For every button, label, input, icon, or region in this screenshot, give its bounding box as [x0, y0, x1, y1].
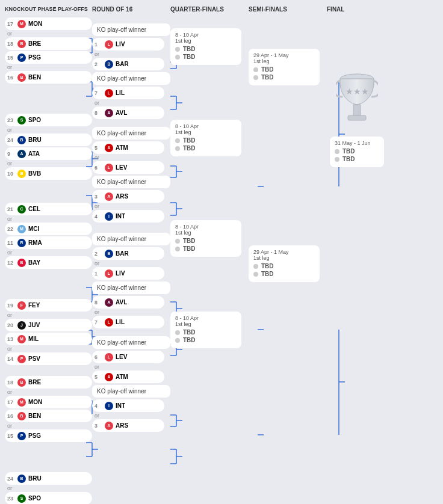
team-mon2: 17 M MON — [5, 396, 92, 408]
team-bru2: 24 B BRU — [5, 472, 92, 485]
r16-column: KO play-off winner 1 L LIV or 2 B BAR KO… — [92, 17, 170, 504]
r16-ko-4: KO play-off winner — [92, 176, 170, 188]
psg-logo: P — [17, 54, 26, 62]
team-bay: 12 B BAY — [5, 256, 92, 269]
or-divider: or — [7, 31, 90, 37]
qf-box-4: 8 - 10 Apr1st leg TBD TBD — [170, 312, 241, 348]
r16-header: ROUND OF 16 — [92, 6, 170, 13]
sf-column: 29 Apr - 1 May1st leg TBD TBD 29 Apr - 1… — [249, 17, 327, 504]
r16-match-1: 1 L LIV or 2 B BAR — [92, 38, 170, 70]
sf-header: SEMI-FINALS — [249, 6, 327, 13]
ben-logo: B — [17, 73, 26, 82]
ko-header: KNOCKOUT PHASE PLAY-OFFS — [5, 6, 92, 13]
bay-logo: B — [17, 259, 26, 267]
ko-pair-3: 23 S SPO or 24 B BRU — [5, 114, 92, 146]
psv-logo: P — [17, 355, 26, 363]
team-spo2: 23 S SPO — [5, 492, 92, 504]
r16-match-b2: 8 A AVL or 7 L LIL — [92, 296, 170, 328]
final-header: FINAL — [327, 6, 387, 13]
r16-ko-b1: KO play-off winner — [92, 233, 170, 245]
ko-column: 17 M MON or 18 B BRE 15 P PSG — [5, 17, 92, 504]
final-column: ★★★ 31 May - 1 Jun TBD — [327, 17, 387, 504]
team-bre: 18 B BRE — [5, 37, 92, 50]
team-mci: 22 M MCI — [5, 223, 92, 235]
team-bre2: 18 B BRE — [5, 376, 92, 389]
r16-match-b3: 6 L LEV or 5 A ATM — [92, 351, 170, 383]
team-mon: 17 M MON — [5, 17, 92, 30]
ko-pair-7: 19 F FEY or 20 J JUV — [5, 299, 92, 331]
r16-match-3: 5 A ATM or 6 L LEV — [92, 141, 170, 174]
svg-rect-74 — [353, 105, 361, 115]
bracket-container: KNOCKOUT PHASE PLAY-OFFS ROUND OF 16 QUA… — [0, 0, 443, 504]
cel-logo: C — [17, 205, 26, 214]
fey-logo: F — [17, 301, 26, 310]
r16-match-2: 7 L LIL or 8 A AVL — [92, 87, 170, 119]
team-cel: 21 C CEL — [5, 203, 92, 215]
sf-box-2: 29 Apr - 1 May1st leg TBD TBD — [249, 245, 320, 282]
r16-ko-2: KO play-off winner — [92, 72, 170, 85]
mon-logo: M — [17, 20, 26, 28]
ko-pair-b2: 16 B BEN or 15 P PSG — [5, 410, 92, 442]
ata-logo: A — [17, 150, 26, 158]
r16-ko-b3: KO play-off winner — [92, 336, 170, 349]
bracket-main: 17 M MON or 18 B BRE 15 P PSG — [5, 17, 438, 504]
mil-logo: M — [17, 335, 26, 343]
juv-logo: J — [17, 321, 26, 330]
r16-ko-3: KO play-off winner — [92, 127, 170, 140]
team-psg2: 15 P PSG — [5, 429, 92, 442]
final-box: 31 May - 1 Jun TBD TBD — [330, 137, 384, 167]
team-bru: 24 B BRU — [5, 134, 92, 146]
ko-pair-6: 11 R RMA or 12 B BAY — [5, 236, 92, 269]
r16-match-b4: 4 I INT or 3 A ARS — [92, 399, 170, 432]
ko-pair-4: 9 A ATA or 10 B BVB — [5, 147, 92, 180]
ko-pair-8: 13 M MIL or 14 P PSV — [5, 333, 92, 365]
ko-pair-b3: 24 B BRU or 23 S SPO — [5, 472, 92, 504]
r16-match-b1: 2 B BAR or 1 L LIV — [92, 247, 170, 280]
sf-box-1: 29 Apr - 1 May1st leg TBD TBD — [249, 49, 320, 85]
team-psv: 14 P PSV — [5, 352, 92, 365]
bvb-logo: B — [17, 170, 26, 178]
rma-logo: R — [17, 239, 26, 247]
qf-header: QUARTER-FINALS — [170, 6, 249, 13]
trophy-svg: ★★★ — [336, 72, 378, 126]
qf-box-2: 8 - 10 Apr1st leg TBD TBD — [170, 120, 241, 156]
r16-match-4: 3 A ARS or 4 I INT — [92, 190, 170, 223]
qf-box-3: 8 - 10 Apr1st leg TBD TBD — [170, 220, 241, 257]
stage-headers: KNOCKOUT PHASE PLAY-OFFS ROUND OF 16 QUA… — [5, 6, 438, 13]
r16-ko-b2: KO play-off winner — [92, 281, 170, 294]
qf-box-1: 8 - 10 Apr1st leg TBD TBD — [170, 28, 241, 65]
bru-logo: B — [17, 136, 26, 144]
team-fey: 19 F FEY — [5, 299, 92, 312]
ko-pair-2: 15 P PSG or 16 B BEN — [5, 51, 92, 84]
team-juv: 20 J JUV — [5, 319, 92, 331]
trophy: ★★★ — [336, 72, 378, 127]
svg-rect-75 — [348, 115, 366, 120]
r16-ko-1: KO play-off winner — [92, 23, 170, 36]
team-bvb: 10 B BVB — [5, 167, 92, 180]
spo-logo: S — [17, 116, 26, 124]
team-mil: 13 M MIL — [5, 333, 92, 345]
team-ata: 9 A ATA — [5, 147, 92, 160]
bre-logo: B — [17, 40, 26, 48]
team-ben2: 16 B BEN — [5, 410, 92, 422]
svg-text:★★★: ★★★ — [345, 87, 369, 96]
ko-pair-b1: 18 B BRE or 17 M MON — [5, 376, 92, 408]
team-spo: 23 S SPO — [5, 114, 92, 126]
team-ben: 16 B BEN — [5, 71, 92, 84]
ko-pair-5: 21 C CEL or 22 M MCI — [5, 203, 92, 235]
r16-ko-b4: KO play-off winner — [92, 385, 170, 398]
qf-column: 8 - 10 Apr1st leg TBD TBD 8 - 10 Apr1st … — [170, 17, 249, 504]
mci-logo: M — [17, 225, 26, 233]
ko-pair-1: 17 M MON or 18 B BRE — [5, 17, 92, 50]
team-rma: 11 R RMA — [5, 236, 92, 249]
team-psg: 15 P PSG — [5, 51, 92, 64]
